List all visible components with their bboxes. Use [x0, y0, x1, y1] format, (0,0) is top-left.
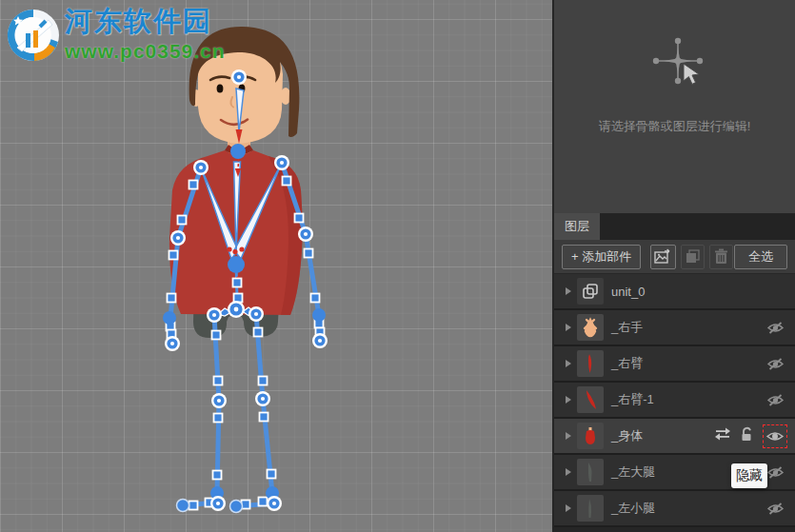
visibility-off-icon[interactable] [763, 316, 787, 340]
layer-list: unit_0 _右手 _右臂 [554, 274, 795, 532]
watermark-site-url: www.pc0359.cn [65, 41, 226, 61]
layer-name: _左大腿 [611, 463, 655, 481]
move-cross-icon [645, 34, 711, 101]
expand-arrow-icon[interactable] [566, 468, 571, 476]
layer-row-left-calf[interactable]: _左小腿 [554, 491, 795, 527]
layer-thumbnail-body [577, 423, 604, 449]
bone-editor-window: 河东软件园 www.pc0359.cn [0, 0, 795, 532]
expand-arrow-icon[interactable] [566, 360, 571, 367]
layer-name: _右手 [611, 319, 643, 336]
layer-row-body[interactable]: _身体 [554, 419, 795, 455]
expand-arrow-icon[interactable] [566, 287, 571, 295]
visibility-off-icon[interactable] [763, 497, 787, 521]
watermark-site-name: 河东软件园 [65, 8, 226, 35]
layer-name: _身体 [611, 427, 643, 444]
swap-order-icon[interactable] [714, 427, 731, 444]
layer-name: unit_0 [611, 285, 645, 299]
stage-canvas[interactable]: 河东软件园 www.pc0359.cn [0, 0, 552, 532]
trash-icon [714, 248, 728, 265]
layer-thumbnail-right-arm [577, 350, 604, 377]
import-image-icon [654, 248, 672, 265]
layer-row-right-arm-1[interactable]: _右臂-1 [554, 383, 795, 419]
layer-row-right-arm[interactable]: _右臂 [554, 346, 795, 383]
layer-row-unit0[interactable]: unit_0 [554, 274, 795, 310]
select-prompt-text: 请选择骨骼或图层进行编辑! [554, 118, 795, 135]
layer-name: _左小腿 [611, 500, 655, 517]
site-logo-icon [6, 8, 61, 63]
layer-thumbnail-right-hand [577, 314, 604, 341]
layer-thumbnail-left-thigh [577, 459, 604, 485]
layers-toolbar: + 添加部件 [554, 240, 795, 274]
expand-arrow-icon[interactable] [566, 396, 571, 404]
select-all-button[interactable]: 全选 [734, 245, 787, 269]
inspector-panel: 请选择骨骼或图层进行编辑! 图层 + 添加部件 [552, 0, 795, 532]
selection-preview-area: 请选择骨骼或图层进行编辑! [554, 0, 795, 213]
expand-arrow-icon[interactable] [566, 504, 571, 512]
visibility-off-icon[interactable] [763, 352, 787, 376]
layer-row-right-hand[interactable]: _右手 [554, 310, 795, 346]
layer-name: _右臂 [611, 355, 643, 372]
tab-layers[interactable]: 图层 [554, 213, 600, 240]
character-rig[interactable] [0, 0, 552, 532]
add-part-button[interactable]: + 添加部件 [562, 245, 641, 269]
expand-arrow-icon[interactable] [566, 432, 571, 440]
watermark: 河东软件园 www.pc0359.cn [6, 8, 226, 63]
layer-name: _右臂-1 [611, 391, 654, 408]
duplicate-icon [685, 248, 701, 265]
import-image-button[interactable] [650, 245, 676, 269]
cursor-arrow-icon [684, 64, 699, 84]
visibility-off-icon[interactable] [763, 388, 787, 412]
visibility-on-icon[interactable] [763, 424, 787, 448]
unlock-icon[interactable] [740, 426, 754, 445]
layer-thumbnail-left-calf [577, 495, 604, 522]
panel-tabbar: 图层 [554, 213, 795, 240]
delete-layer-button[interactable] [709, 245, 733, 269]
duplicate-layer-button[interactable] [681, 245, 705, 269]
layer-thumbnail-right-arm-1 [577, 386, 604, 413]
expand-arrow-icon[interactable] [566, 324, 571, 331]
unit-group-icon [577, 278, 604, 305]
hide-tooltip: 隐藏 [731, 463, 767, 488]
